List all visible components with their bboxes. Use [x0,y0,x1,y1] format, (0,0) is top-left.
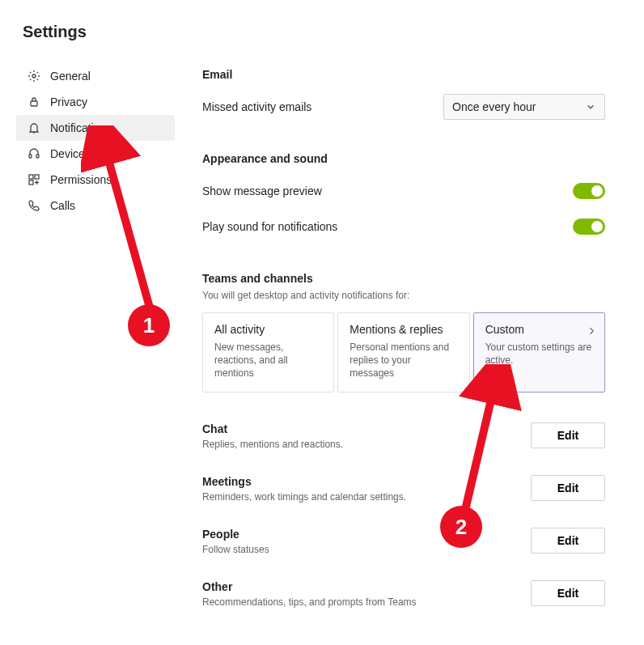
meetings-desc: Reminders, work timings and calendar set… [202,491,406,503]
sidebar-item-label: Calls [50,199,75,212]
page-title: Settings [23,23,87,41]
section-title-teams: Teams and channels [202,272,605,285]
sidebar-item-privacy[interactable]: Privacy [16,89,175,115]
svg-rect-3 [36,155,39,158]
sidebar-item-label: Privacy [50,95,87,108]
people-edit-button[interactable]: Edit [531,528,605,554]
phone-icon [26,197,42,214]
headset-icon [26,146,42,162]
chat-desc: Replies, mentions and reactions. [202,439,343,450]
card-title: All activity [214,323,322,336]
gear-icon [26,68,42,84]
settings-content: Email Missed activity emails Once every … [175,0,644,645]
apps-icon [26,172,42,188]
teams-subtitle: You will get desktop and activity notifi… [202,290,605,301]
preview-toggle[interactable] [573,183,605,199]
sidebar-item-label: Notifications [50,121,112,134]
other-title: Other [202,580,417,593]
card-desc: Your custom settings are active. [485,341,593,367]
sidebar-item-calls[interactable]: Calls [16,193,175,219]
missed-emails-select[interactable]: Once every hour [443,94,605,120]
section-title-appearance: Appearance and sound [202,152,605,165]
people-title: People [202,528,269,541]
svg-rect-1 [31,101,37,106]
section-title-email: Email [202,68,605,81]
sidebar-item-label: General [50,70,91,83]
section-chat: Chat Replies, mentions and reactions. Ed… [202,413,605,453]
svg-point-0 [32,74,36,78]
card-all-activity[interactable]: All activity New messages, reactions, an… [202,312,334,393]
chevron-right-icon [587,325,596,339]
other-desc: Recommendations, tips, and prompts from … [202,596,417,608]
sidebar-item-permissions[interactable]: Permissions [16,167,175,193]
preview-label: Show message preview [202,185,322,197]
missed-emails-label: Missed activity emails [202,100,311,113]
card-desc: New messages, reactions, and all mention… [214,341,322,380]
chevron-down-icon [585,101,596,112]
bell-icon [26,120,42,136]
meetings-edit-button[interactable]: Edit [531,475,605,501]
chat-edit-button[interactable]: Edit [531,422,605,448]
svg-rect-6 [29,180,33,185]
sidebar-item-devices[interactable]: Devices [16,141,175,167]
card-custom[interactable]: Custom Your custom settings are active. [473,312,605,393]
sound-toggle[interactable] [573,219,605,235]
svg-rect-4 [29,175,33,179]
card-title: Mentions & replies [350,323,457,336]
meetings-title: Meetings [202,475,406,488]
teams-cards: All activity New messages, reactions, an… [202,312,605,393]
card-desc: Personal mentions and replies to your me… [350,341,457,380]
sidebar-item-label: Devices [50,147,91,160]
lock-icon [26,94,42,110]
other-edit-button[interactable]: Edit [531,580,605,606]
sound-label: Play sound for notifications [202,220,337,233]
sidebar-item-label: Permissions [50,173,112,186]
section-other: Other Recommendations, tips, and prompts… [202,571,605,611]
select-value: Once every hour [452,100,536,113]
sidebar-item-general[interactable]: General [16,63,175,89]
chat-title: Chat [202,422,343,435]
section-people: People Follow statuses Edit [202,518,605,558]
card-mentions-replies[interactable]: Mentions & replies Personal mentions and… [337,312,469,393]
people-desc: Follow statuses [202,544,269,555]
svg-rect-2 [29,155,32,158]
settings-sidebar: General Privacy Notifications Devices Pe… [0,0,175,645]
sidebar-item-notifications[interactable]: Notifications [16,115,175,141]
card-title: Custom [485,323,593,336]
svg-rect-5 [35,175,39,179]
section-meetings: Meetings Reminders, work timings and cal… [202,465,605,506]
